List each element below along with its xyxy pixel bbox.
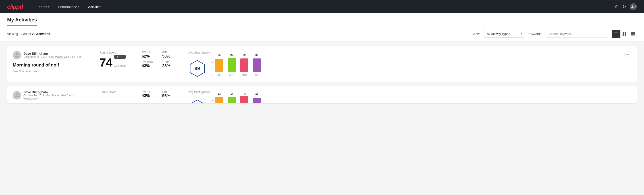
quality-inner: 89 100 50 0 85 — [188, 60, 261, 78]
bar-groups: 85 OTT 90 APP — [215, 61, 261, 76]
activity-card: Dave Billingham October 16, 2021 · Gog M… — [7, 86, 637, 104]
fw-hit-stat: FW Hit 43% — [142, 90, 157, 98]
chevron-down-icon: ▾ — [48, 6, 49, 8]
nav-label-teams: Teams — [37, 5, 47, 9]
refresh-icon[interactable]: ↻ — [622, 4, 626, 9]
nav-label-activities: Activities — [88, 5, 101, 9]
stats-grid: FW Hit 62% GIR 50% Up/Down 43% 1 Putt 28… — [142, 51, 178, 68]
page-title: My Activities — [7, 17, 37, 26]
bar-wrapper-arg — [240, 96, 248, 104]
user-row: Dave Billingham December 05, 2021 · Gog … — [13, 51, 88, 59]
score-row: 74 +4 18 Holes — [100, 55, 131, 68]
add-icon[interactable]: ⊕ — [615, 4, 619, 9]
card-divider — [183, 51, 183, 78]
nav-right: ⊕ ↻ ▾ — [615, 3, 637, 10]
bar-group-putt: 87 PUTT — [253, 93, 261, 104]
round-score-label: Round Score — [100, 90, 131, 94]
svg-rect-3 — [622, 32, 624, 34]
bar-group-arg: 89 ARG — [240, 54, 248, 76]
activity-title: Morning round of golf — [13, 62, 88, 68]
svg-rect-2 — [614, 35, 618, 35]
svg-rect-10 — [631, 35, 635, 36]
bar-label-ott: OTT — [217, 74, 222, 76]
updown-value: 43% — [142, 64, 157, 68]
bar-label-arg: ARG — [242, 74, 247, 76]
avatar — [13, 51, 21, 59]
view-list-compact-button[interactable] — [612, 30, 620, 38]
search-input[interactable] — [546, 30, 608, 38]
oneputt-value: 28% — [162, 64, 178, 68]
chart-y-axis: 100 50 0 — [211, 61, 214, 76]
bar-label-app: APP — [230, 74, 234, 76]
updown-stat: Up/Down 43% — [142, 60, 157, 68]
svg-rect-9 — [631, 34, 635, 34]
quality-inner: 100 50 0 94 OTT 93 — [188, 99, 261, 104]
account-chevron-icon: ▾ — [635, 5, 636, 8]
bar-group-app: 93 APP — [228, 93, 236, 104]
bar-chart: 100 50 0 85 OTT 90 — [211, 61, 261, 76]
chart-y-axis: 100 50 0 — [211, 100, 214, 104]
bar-group-arg: 106 ARG — [240, 93, 248, 104]
bar-label-putt: PUTT — [254, 74, 260, 76]
view-buttons — [612, 30, 637, 38]
bar-arg — [240, 96, 248, 104]
svg-rect-6 — [624, 34, 626, 36]
bar-wrapper-ott — [215, 57, 223, 72]
user-row: Dave Billingham October 16, 2021 · Gog M… — [13, 90, 88, 100]
card-divider — [94, 90, 94, 99]
avatar[interactable]: ▾ — [630, 3, 637, 10]
card-divider — [94, 51, 94, 78]
card-left: Dave Billingham December 05, 2021 · Gog … — [13, 51, 88, 73]
bar-arg — [240, 58, 248, 72]
bar-putt — [253, 58, 261, 72]
updown-label: Up/Down — [142, 60, 157, 64]
round-score-label: Round Score — [100, 51, 131, 54]
oneputt-label: 1 Putt — [162, 60, 178, 64]
fw-hit-stat: FW Hit 62% — [142, 51, 157, 59]
nav-item-performance[interactable]: Performance ▾ — [54, 3, 83, 10]
page-header: My Activities — [0, 14, 644, 26]
fw-hit-value: 43% — [142, 94, 157, 98]
bar-value-putt: 87 — [256, 93, 258, 96]
nav-item-teams[interactable]: Teams ▾ — [34, 3, 53, 10]
show-label: Show: — [472, 32, 480, 36]
bar-app — [228, 58, 236, 72]
user-name: Dave Billingham — [24, 90, 88, 94]
avg-shot-quality-label: Avg Shot Quality — [188, 90, 261, 94]
bar-group-ott: 94 OTT — [215, 93, 223, 104]
svg-rect-5 — [622, 34, 624, 36]
bar-value-arg: 106 — [242, 93, 246, 96]
gir-label: GIR — [162, 51, 178, 54]
activity-type-wrapper: All Activity Types ▾ — [484, 30, 524, 38]
nav-items: Teams ▾ Performance ▾ Activities — [34, 3, 615, 10]
bar-groups: 94 OTT 93 APP — [215, 100, 261, 104]
gir-value: 56% — [162, 94, 178, 98]
hexagon-container — [188, 99, 206, 104]
bar-wrapper-app — [228, 57, 236, 72]
quality-section: Avg Shot Quality 100 50 0 — [188, 90, 261, 104]
bar-value-app: 90 — [230, 54, 233, 56]
bar-ott — [215, 97, 223, 104]
bar-group-putt: 89 PUTT — [253, 54, 261, 76]
nav-label-performance: Performance — [58, 5, 77, 9]
round-score-section: Round Score 74 +4 18 Holes — [100, 51, 131, 68]
view-list-full-button[interactable] — [629, 30, 637, 38]
svg-rect-4 — [624, 32, 626, 34]
card-left: Dave Billingham October 16, 2021 · Gog M… — [13, 90, 88, 100]
card-divider — [136, 51, 136, 78]
activity-type-select[interactable]: All Activity Types — [484, 30, 524, 38]
edit-button[interactable]: ✏ — [624, 51, 631, 58]
view-grid-button[interactable] — [620, 30, 628, 38]
filter-bar: Viewing 12 out of 29 Activities Show: Al… — [0, 26, 644, 42]
oneputt-stat: 1 Putt 28% — [162, 60, 178, 68]
viewing-total: 29 — [32, 32, 36, 36]
gir-label: GIR — [162, 90, 178, 94]
stats-grid: FW Hit 43% GIR 56% — [142, 90, 178, 98]
fw-hit-label: FW Hit — [142, 90, 157, 94]
nav-item-activities[interactable]: Activities — [84, 3, 105, 10]
bar-wrapper-putt — [253, 57, 261, 72]
bar-wrapper-app — [228, 96, 236, 104]
logo[interactable]: clippd — [7, 3, 23, 10]
user-name: Dave Billingham — [24, 52, 82, 55]
bar-value-ott: 94 — [218, 93, 221, 96]
